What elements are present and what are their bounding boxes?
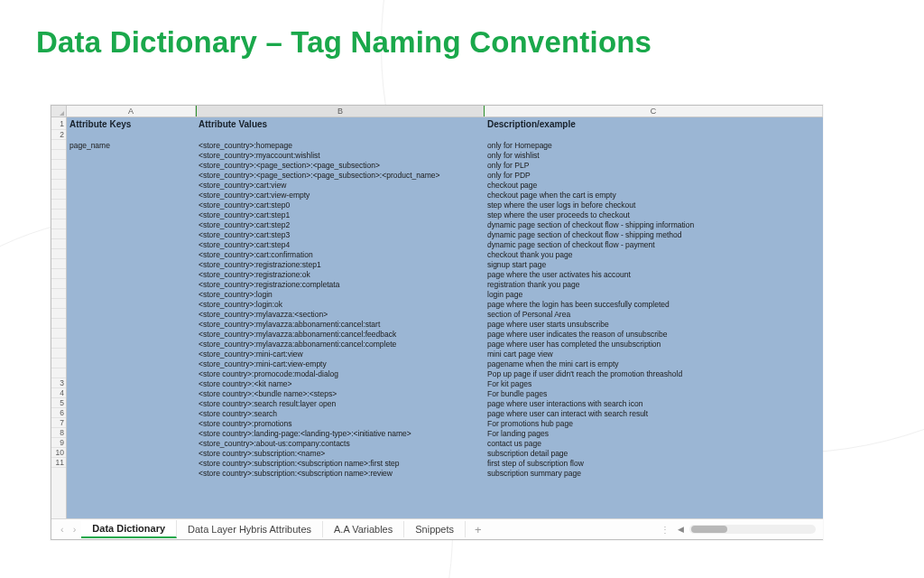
cell-attribute-key[interactable]: [67, 229, 196, 239]
cell-attribute-key[interactable]: [67, 200, 196, 210]
row-number[interactable]: [51, 239, 66, 249]
cell-attribute-value[interactable]: <store_country>:myaccount:wishlist: [196, 150, 485, 160]
cell-attribute-value[interactable]: <store_country>:cart:step4: [196, 239, 485, 249]
cell-description[interactable]: page where user interactions with search…: [485, 398, 823, 408]
cell-description[interactable]: For promotions hub page: [485, 418, 823, 428]
cell-attribute-key[interactable]: [67, 190, 196, 200]
cell-attribute-key[interactable]: [67, 259, 196, 269]
cell-attribute-key[interactable]: [67, 388, 196, 398]
cell-attribute-value[interactable]: <store_country>:mylavazza:abbonamenti:ca…: [196, 339, 485, 349]
cell-attribute-value[interactable]: <store country>:promocode:modal-dialog: [196, 368, 485, 378]
cell-description[interactable]: signup start page: [485, 259, 823, 269]
cell-attribute-value[interactable]: <store_country>:about-us:company:contact…: [196, 438, 485, 448]
row-number[interactable]: [51, 219, 66, 229]
cell-attribute-value[interactable]: <store_country>:registrazione:step1: [196, 259, 485, 269]
cell-attribute-value[interactable]: <store_country>:login: [196, 289, 485, 299]
cell-attribute-key[interactable]: [67, 329, 196, 339]
column-header-A[interactable]: A: [67, 106, 196, 117]
row-number[interactable]: 7: [51, 418, 66, 428]
cell-description[interactable]: step where the user logs in before check…: [485, 200, 823, 210]
cell-attribute-value[interactable]: <store country>:search: [196, 408, 485, 418]
tab-prev-icon[interactable]: ‹: [60, 524, 64, 535]
row-number[interactable]: [51, 140, 66, 150]
cell-attribute-value[interactable]: <store_country>:<page_section>:<page_sub…: [196, 160, 485, 170]
cell-attribute-key[interactable]: [67, 210, 196, 219]
cell-attribute-key[interactable]: [67, 319, 196, 329]
cell-description[interactable]: mini cart page view: [485, 349, 823, 359]
cell-attribute-value[interactable]: <store_country>:cart:step3: [196, 229, 485, 239]
cell-attribute-value[interactable]: <store_country>:homepage: [196, 140, 485, 150]
cell-attribute-value[interactable]: <store country>:subscription:<subscripti…: [196, 458, 485, 468]
cell-attribute-key[interactable]: [67, 130, 196, 140]
row-number[interactable]: [51, 190, 66, 200]
cell-attribute-key[interactable]: [67, 359, 196, 368]
row-number[interactable]: [51, 299, 66, 309]
hscroll-left-icon[interactable]: ◀: [676, 525, 686, 534]
cell-attribute-key[interactable]: page_name: [67, 140, 196, 150]
cell-description[interactable]: first step of subscription flow: [485, 458, 823, 468]
row-number[interactable]: [51, 289, 66, 299]
cell-attribute-value[interactable]: [196, 130, 485, 140]
row-number[interactable]: 5: [51, 398, 66, 408]
cell-attribute-key[interactable]: [67, 170, 196, 180]
row-number[interactable]: [51, 210, 66, 219]
row-number[interactable]: 3: [51, 378, 66, 388]
row-number[interactable]: 6: [51, 408, 66, 418]
row-number[interactable]: [51, 249, 66, 259]
cell-attribute-value[interactable]: <store_country>:mylavazza:abbonamenti:ca…: [196, 329, 485, 339]
row-number[interactable]: [51, 329, 66, 339]
cell-description[interactable]: login page: [485, 289, 823, 299]
cell-attribute-key[interactable]: [67, 269, 196, 279]
cell-attribute-key[interactable]: [67, 299, 196, 309]
row-number[interactable]: [51, 349, 66, 359]
row-number[interactable]: [51, 170, 66, 180]
cell-description[interactable]: checkout thank you page: [485, 249, 823, 259]
cell-attribute-value[interactable]: <store_country>:cart:confirmation: [196, 249, 485, 259]
row-number[interactable]: [51, 319, 66, 329]
cell-description[interactable]: only for PLP: [485, 160, 823, 170]
cell-description[interactable]: dynamic page section of checkout flow - …: [485, 219, 823, 229]
cell-attribute-key[interactable]: [67, 279, 196, 289]
cell-description[interactable]: For landing pages: [485, 428, 823, 438]
cell-attribute-value[interactable]: <store country>:search result:layer open: [196, 398, 485, 408]
cell-attribute-value[interactable]: <store_country>:mylavazza:<section>: [196, 309, 485, 319]
cell-attribute-key[interactable]: [67, 418, 196, 428]
tab-aa-variables[interactable]: A.A Variables: [323, 521, 404, 537]
row-number[interactable]: [51, 359, 66, 368]
cell-attribute-key[interactable]: [67, 398, 196, 408]
cell-description[interactable]: only for Homepage: [485, 140, 823, 150]
cell-attribute-key[interactable]: [67, 150, 196, 160]
cell-attribute-key[interactable]: [67, 339, 196, 349]
cell-attribute-key[interactable]: [67, 309, 196, 319]
row-number[interactable]: [51, 269, 66, 279]
row-number[interactable]: [51, 368, 66, 378]
row-number[interactable]: 8: [51, 428, 66, 438]
cell-attribute-key[interactable]: [67, 458, 196, 468]
cell-description[interactable]: dynamic page section of checkout flow - …: [485, 229, 823, 239]
cell-attribute-key[interactable]: [67, 349, 196, 359]
cell-description[interactable]: For bundle pages: [485, 388, 823, 398]
row-number[interactable]: [51, 180, 66, 190]
cell-attribute-key[interactable]: [67, 249, 196, 259]
cell-attribute-value[interactable]: <store_country>:cart:view-empty: [196, 190, 485, 200]
cell-description[interactable]: only for wishlist: [485, 150, 823, 160]
cell-attribute-key[interactable]: [67, 180, 196, 190]
cell-attribute-value[interactable]: <store_country>:registrazione:ok: [196, 269, 485, 279]
cell-description[interactable]: checkout page when the cart is empty: [485, 190, 823, 200]
cell-attribute-key[interactable]: [67, 428, 196, 438]
tab-next-icon[interactable]: ›: [73, 524, 77, 535]
cell-attribute-value[interactable]: <store_country>:mini-cart:view-empty: [196, 359, 485, 368]
cell-description[interactable]: page where the user activates his accoun…: [485, 269, 823, 279]
cell-attribute-key[interactable]: Attribute Keys: [67, 117, 196, 130]
select-all-corner[interactable]: [51, 106, 67, 117]
cell-attribute-key[interactable]: [67, 289, 196, 299]
cell-attribute-value[interactable]: <store_country>:<page_section>:<page_sub…: [196, 170, 485, 180]
cell-attribute-key[interactable]: [67, 160, 196, 170]
cell-attribute-value[interactable]: <store_country>:mylavazza:abbonamenti:ca…: [196, 319, 485, 329]
cell-description[interactable]: Pop up page if user didn't reach the pro…: [485, 368, 823, 378]
cell-attribute-value[interactable]: <store_country>:cart:step0: [196, 200, 485, 210]
tab-snippets[interactable]: Snippets: [404, 521, 466, 537]
row-number[interactable]: [51, 200, 66, 210]
cell-description[interactable]: registration thank you page: [485, 279, 823, 289]
row-number[interactable]: 1: [51, 117, 66, 130]
